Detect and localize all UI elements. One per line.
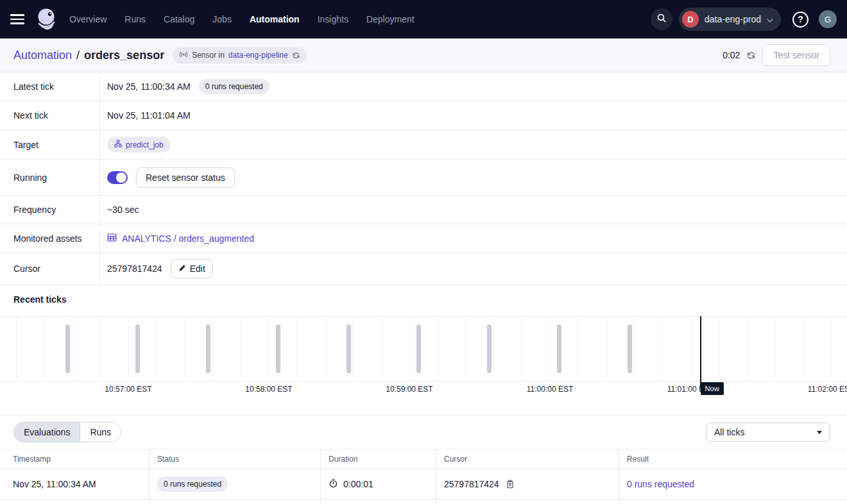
nav-item-automation[interactable]: Automation	[250, 14, 300, 24]
chart-gridline	[100, 317, 101, 381]
tick-filter-value: All ticks	[714, 427, 744, 437]
frequency-value: ~30 sec	[107, 205, 139, 215]
tick-bar[interactable]	[346, 324, 351, 373]
table-filler	[321, 500, 436, 504]
cell-timestamp: Nov 25, 11:00:34 AM	[0, 469, 150, 500]
job-icon	[114, 140, 122, 149]
tick-bar[interactable]	[276, 324, 280, 373]
chart-gridline	[578, 317, 579, 381]
detail-label: Frequency	[0, 196, 100, 224]
target-job-chip[interactable]: predict_job	[107, 137, 171, 153]
detail-row-cursor: Cursor 25797817424 Edit	[0, 253, 847, 285]
page-header: Automation / orders_sensor Sensor in dat…	[0, 38, 847, 72]
column-header-cursor: Cursor	[436, 449, 619, 469]
chart-gridline	[466, 317, 466, 381]
now-badge: Now	[701, 382, 724, 395]
refresh-icon[interactable]	[746, 51, 756, 60]
chart-gridline	[269, 317, 270, 381]
sensor-icon	[179, 51, 188, 60]
detail-label: Running	[0, 160, 100, 195]
sensor-badge-prefix: Sensor in	[192, 51, 225, 60]
chart-gridline	[803, 317, 803, 381]
cell-status: 0 runs requested	[150, 469, 321, 500]
dagster-logo[interactable]	[35, 7, 59, 31]
edit-button-label: Edit	[190, 264, 205, 274]
detail-row-latest-tick: Latest tick Nov 25, 11:00:34 AM 0 runs r…	[0, 72, 847, 101]
copy-cursor-icon[interactable]	[506, 480, 515, 489]
axis-label: 10:58:00 EST	[230, 385, 307, 394]
chart-gridline	[44, 317, 45, 381]
latest-tick-value: Nov 25, 11:00:34 AM	[107, 81, 191, 92]
running-toggle[interactable]	[107, 171, 128, 184]
column-header-result: Result	[619, 449, 847, 469]
tick-bar[interactable]	[557, 324, 561, 373]
chart-gridline	[297, 317, 298, 381]
nav-item-insights[interactable]: Insights	[318, 14, 348, 24]
chevron-down-icon	[767, 13, 773, 25]
nav-item-overview[interactable]: Overview	[69, 14, 107, 24]
latest-tick-status-pill: 0 runs requested	[199, 79, 270, 94]
nav-item-runs[interactable]: Runs	[124, 14, 146, 24]
axis-label: 11:00:00 EST	[511, 385, 588, 394]
cursor-value: 25797817424	[107, 264, 162, 274]
tick-filter-select[interactable]: All ticks	[706, 423, 830, 442]
next-tick-value: Nov 25, 11:01:04 AM	[107, 110, 191, 121]
evaluations-table: Timestamp Status Duration Cursor Result …	[0, 449, 847, 504]
edit-cursor-button[interactable]: Edit	[171, 259, 213, 278]
breadcrumb-automation-link[interactable]: Automation	[13, 49, 72, 62]
reload-location-icon[interactable]	[292, 51, 300, 60]
axis-label: 10:59:00 EST	[371, 385, 448, 394]
tick-duration: 0:00:01	[343, 479, 373, 489]
tick-cursor: 25797817424	[444, 479, 499, 489]
tick-bar[interactable]	[135, 324, 140, 373]
tick-countdown: 0:02	[723, 50, 740, 60]
table-filler	[436, 500, 619, 504]
chart-gridline	[241, 317, 241, 381]
tick-bar[interactable]	[65, 324, 70, 373]
chart-gridline	[325, 317, 326, 381]
recent-ticks-heading: Recent ticks	[13, 294, 66, 305]
table-filler	[150, 500, 321, 504]
table-filler	[619, 500, 847, 504]
deployment-initial-badge: D	[682, 11, 699, 28]
now-line	[700, 316, 701, 388]
nav-items: OverviewRunsCatalogJobsAutomationInsight…	[69, 14, 432, 24]
tick-bar[interactable]	[487, 324, 492, 373]
column-header-timestamp: Timestamp	[0, 449, 150, 469]
test-sensor-button[interactable]: Test sensor	[762, 44, 830, 66]
monitored-asset-link[interactable]: ANALYTICS / orders_augmented	[107, 233, 254, 244]
sensor-details: Latest tick Nov 25, 11:00:34 AM 0 runs r…	[0, 72, 847, 285]
tick-bar[interactable]	[206, 324, 210, 373]
chart-gridline	[719, 317, 719, 381]
tab-runs[interactable]: Runs	[80, 423, 121, 442]
page-title: orders_sensor	[84, 49, 164, 62]
reset-sensor-status-button[interactable]: Reset sensor status	[136, 167, 235, 188]
nav-item-deployment[interactable]: Deployment	[366, 14, 415, 24]
chart-gridline	[774, 317, 775, 381]
hamburger-menu-icon[interactable]	[10, 10, 28, 28]
code-location-link[interactable]: data-eng-pipeline	[228, 51, 288, 60]
top-nav: OverviewRunsCatalogJobsAutomationInsight…	[0, 0, 847, 38]
recent-ticks-plot	[0, 316, 847, 382]
sensor-page: OverviewRunsCatalogJobsAutomationInsight…	[0, 0, 847, 504]
nav-item-catalog[interactable]: Catalog	[164, 14, 194, 24]
cell-cursor: 25797817424	[436, 469, 619, 500]
user-avatar[interactable]: G	[819, 10, 837, 28]
column-header-status: Status	[150, 449, 321, 469]
help-icon[interactable]: ?	[792, 12, 809, 28]
deployment-switcher[interactable]: D data-eng-prod	[679, 8, 781, 31]
header-actions: 0:02 Test sensor	[723, 44, 830, 66]
search-button[interactable]	[651, 8, 672, 30]
tab-evaluations[interactable]: Evaluations	[14, 423, 80, 442]
chart-gridline	[212, 317, 213, 381]
axis-label: 10:57:00 EST	[90, 385, 167, 394]
recent-ticks-chart: 10:57:00 EST10:58:00 EST10:59:00 EST11:0…	[0, 316, 847, 398]
tick-result-link[interactable]: 0 runs requested	[627, 479, 694, 489]
chart-gridline	[128, 317, 129, 381]
nav-item-jobs[interactable]: Jobs	[212, 14, 232, 24]
tick-bar[interactable]	[628, 324, 632, 373]
tick-status-pill: 0 runs requested	[157, 476, 228, 492]
chart-gridline	[690, 317, 691, 381]
tick-bar[interactable]	[416, 324, 421, 373]
detail-label: Cursor	[0, 253, 100, 285]
